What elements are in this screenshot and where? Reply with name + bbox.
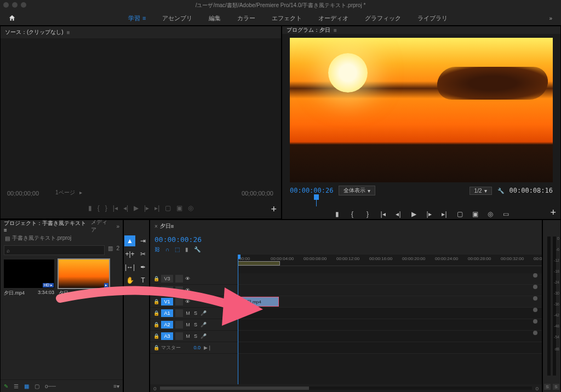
track-target[interactable]: V1 bbox=[161, 298, 173, 305]
export-frame-icon[interactable]: ◎ bbox=[188, 204, 193, 212]
traffic-lights[interactable] bbox=[3, 2, 26, 8]
mic-icon[interactable]: 🎤 bbox=[201, 322, 207, 327]
solo-right[interactable]: S bbox=[553, 384, 559, 390]
track-header-v2[interactable]: 🔒V2👁 bbox=[150, 285, 238, 296]
track-header-a3[interactable]: 🔒A3MS🎤 bbox=[150, 331, 238, 342]
lock-icon[interactable]: 🔒 bbox=[153, 287, 159, 293]
sync-lock-icon[interactable] bbox=[175, 321, 183, 328]
scroll-thumb[interactable] bbox=[160, 387, 309, 390]
ripple-edit-tool-icon[interactable]: +|+ bbox=[124, 249, 135, 260]
program-panel-header[interactable]: プログラム：夕日 ≡ bbox=[282, 26, 560, 34]
track-output-toggle[interactable] bbox=[533, 308, 537, 312]
track-header-a2[interactable]: 🔒A2MS🎤 bbox=[150, 319, 238, 331]
solo-left[interactable]: S bbox=[544, 384, 550, 390]
razor-tool-icon[interactable]: ✂ bbox=[138, 249, 148, 260]
track-v3[interactable] bbox=[238, 273, 542, 285]
export-frame-icon[interactable]: ◎ bbox=[486, 210, 495, 218]
source-panel-header[interactable]: ソース：(クリップなし) ≡ bbox=[1, 26, 281, 39]
track-a2[interactable] bbox=[238, 319, 542, 331]
work-area-bar[interactable] bbox=[238, 261, 280, 266]
program-time-ruler[interactable] bbox=[290, 197, 553, 206]
lock-icon[interactable]: 🔒 bbox=[153, 345, 159, 350]
track-master[interactable] bbox=[238, 342, 542, 354]
zoom-slider[interactable]: o── bbox=[45, 383, 56, 389]
track-target[interactable]: A2 bbox=[161, 321, 173, 328]
speaker-icon[interactable]: ▶❘ bbox=[204, 345, 212, 350]
workspace-color[interactable]: カラー bbox=[230, 12, 263, 25]
selection-tool-icon[interactable]: ▲ bbox=[124, 235, 135, 246]
pen-icon[interactable]: ✎ bbox=[4, 383, 8, 389]
mute-button[interactable]: M bbox=[185, 333, 191, 339]
lock-icon[interactable]: 🔒 bbox=[153, 333, 159, 339]
step-back-icon[interactable]: ◂| bbox=[394, 210, 403, 218]
clip-thumbnail[interactable]: HD ▸ bbox=[4, 260, 54, 288]
program-playhead[interactable] bbox=[316, 195, 317, 206]
workspace-library[interactable]: ライブラリ bbox=[410, 12, 455, 25]
sync-lock-icon[interactable] bbox=[175, 332, 183, 340]
mute-button[interactable]: M bbox=[185, 322, 191, 327]
track-header-v1[interactable]: 🔒V1👁 bbox=[150, 296, 238, 308]
step-fwd-icon[interactable]: |▸ bbox=[425, 210, 433, 218]
lock-icon[interactable]: 🔒 bbox=[153, 299, 159, 304]
project-file-row[interactable]: ▤ 手書き風テキスト.prproj bbox=[1, 232, 123, 244]
tab-overflow[interactable]: » bbox=[116, 223, 119, 229]
icon-view-icon[interactable]: ▦ bbox=[24, 383, 29, 389]
timeline-header[interactable]: × 夕日 ≡ bbox=[150, 220, 542, 232]
eye-icon[interactable]: 👁 bbox=[185, 299, 193, 304]
lock-icon[interactable]: 🔒 bbox=[153, 310, 159, 316]
track-output-toggle[interactable] bbox=[533, 285, 537, 289]
track-target[interactable]: V2 bbox=[161, 286, 173, 294]
clip-item[interactable]: HD ▸ 夕日.mp43:34:03 bbox=[4, 260, 54, 376]
magnet-icon[interactable]: ∩ bbox=[165, 246, 169, 252]
panel-menu-icon[interactable]: ≡ bbox=[171, 223, 174, 229]
mic-icon[interactable]: 🎤 bbox=[201, 310, 207, 316]
solo-button[interactable]: S bbox=[193, 310, 198, 316]
track-a3[interactable] bbox=[238, 331, 542, 342]
track-select-tool-icon[interactable]: ⇥ bbox=[138, 235, 148, 246]
bracket-in-icon[interactable]: { bbox=[98, 204, 100, 212]
mark-in-icon[interactable]: ▮ bbox=[88, 204, 92, 212]
workspace-audio[interactable]: オーディオ bbox=[311, 12, 356, 25]
settings-icon[interactable]: 🔧 bbox=[194, 246, 201, 252]
source-monitor-view[interactable]: 00;00;00;00 1ページ ▸ 00;00;00;00 ▮ { } |◂ … bbox=[1, 39, 281, 218]
panel-menu-icon[interactable]: ≡ bbox=[67, 30, 70, 36]
sync-lock-icon[interactable] bbox=[175, 309, 183, 317]
lift-icon[interactable]: ▢ bbox=[455, 210, 464, 218]
clip-item[interactable]: ▸ 夕日8:16 bbox=[59, 260, 109, 376]
go-in-icon[interactable]: |◂ bbox=[379, 210, 387, 218]
master-level[interactable] bbox=[183, 344, 202, 351]
panel-menu-icon[interactable]: ≡ bbox=[334, 27, 337, 33]
play-icon[interactable]: ▶ bbox=[134, 204, 139, 212]
filter-icon[interactable]: ▥ bbox=[108, 245, 113, 255]
source-button-editor[interactable]: + bbox=[271, 204, 277, 215]
program-monitor-view[interactable] bbox=[290, 38, 553, 182]
track-output-toggle[interactable] bbox=[533, 273, 537, 278]
mute-button[interactable]: M bbox=[185, 310, 191, 316]
track-a1[interactable] bbox=[238, 308, 542, 319]
sort-icon[interactable]: ≡▾ bbox=[113, 383, 119, 389]
timeline-timecode[interactable]: 00:00:00:26 bbox=[154, 235, 202, 244]
source-timecode-left[interactable]: 00;00;00;00 bbox=[7, 190, 39, 197]
workspace-assembly[interactable]: アセンブリ bbox=[154, 12, 200, 25]
step-fwd-icon[interactable]: |▸ bbox=[144, 204, 149, 212]
track-output-toggle[interactable] bbox=[533, 319, 537, 324]
eye-icon[interactable]: 👁 bbox=[185, 287, 193, 293]
track-header-master[interactable]: 🔒マスター▶❘ bbox=[150, 342, 238, 354]
eye-icon[interactable]: 👁 bbox=[185, 276, 193, 281]
timeline-zoom-scrollbar[interactable]: o o bbox=[150, 384, 542, 392]
go-out-icon[interactable]: ▸| bbox=[154, 204, 159, 212]
snap-icon[interactable]: ⛓ bbox=[154, 246, 160, 252]
extract-icon[interactable]: ▣ bbox=[471, 210, 479, 218]
freeform-view-icon[interactable]: ▢ bbox=[35, 383, 39, 389]
track-header-v3[interactable]: 🔒V3👁 bbox=[150, 273, 238, 285]
go-in-icon[interactable]: |◂ bbox=[113, 204, 118, 212]
solo-button[interactable]: S bbox=[193, 322, 198, 327]
solo-button[interactable]: S bbox=[193, 333, 198, 339]
slip-tool-icon[interactable]: |↔| bbox=[124, 262, 135, 273]
resolution-dropdown[interactable]: 1/2 ▾ bbox=[470, 187, 492, 195]
timeline-playhead[interactable] bbox=[238, 255, 238, 384]
track-v1[interactable]: ▪夕日.mp4 bbox=[238, 296, 542, 308]
home-button[interactable] bbox=[4, 12, 20, 24]
track-header-a1[interactable]: 🔒A1MS🎤 bbox=[150, 308, 238, 319]
track-target[interactable]: A1 bbox=[161, 309, 173, 317]
